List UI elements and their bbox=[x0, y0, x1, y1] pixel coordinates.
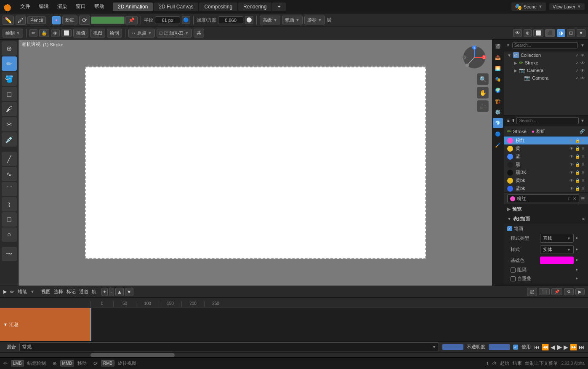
palette-color-blue[interactable]: 蓝 👁 🔒 ✕ bbox=[504, 152, 588, 160]
eye-icon-yellowbk[interactable]: 👁 bbox=[569, 178, 574, 183]
eraser-tool[interactable]: ◻ bbox=[2, 87, 17, 101]
curve-tool[interactable]: ⌇ bbox=[2, 197, 17, 211]
draw-sub-btn[interactable]: 绘制 bbox=[107, 29, 122, 37]
palette-color-black[interactable]: 黑 👁 🔒 ✕ bbox=[504, 160, 588, 168]
timeline-select-btn[interactable]: 选择 bbox=[54, 289, 63, 295]
eye-icon-blue[interactable]: 👁 bbox=[569, 154, 574, 159]
line-tool[interactable]: ╱ bbox=[2, 152, 17, 166]
opacity-slider[interactable] bbox=[489, 344, 510, 350]
scrollbar-thumb[interactable] bbox=[90, 353, 175, 357]
axes-gizmo[interactable]: Y X -X bbox=[462, 45, 487, 70]
kf-up-btn[interactable]: ▲ bbox=[115, 288, 124, 296]
surface-options-icon[interactable]: ≡ bbox=[582, 217, 585, 221]
shading-btn2[interactable]: ⬛ bbox=[545, 29, 555, 37]
playback-settings[interactable]: ▶ bbox=[575, 288, 585, 295]
outliner-search[interactable] bbox=[512, 42, 578, 48]
lock-icon-yellow[interactable]: 🔒 bbox=[575, 146, 580, 151]
strength-field[interactable]: 0.860 bbox=[218, 16, 243, 24]
palette-color-bluebk[interactable]: 蓝bk 👁 🔒 ✕ bbox=[504, 184, 588, 193]
zoom-in-btn[interactable]: 🔍 bbox=[477, 73, 489, 85]
palette-settings-icon[interactable]: ≡ bbox=[581, 195, 585, 203]
circle-tool[interactable]: ○ bbox=[2, 227, 17, 242]
mode-type-dropdown[interactable]: 直线 ▼ bbox=[540, 234, 574, 243]
radius-field[interactable]: 61 px bbox=[155, 16, 180, 24]
base-color-dot[interactable]: ● bbox=[575, 257, 581, 263]
box-tool[interactable]: □ bbox=[2, 212, 17, 227]
gizmo-btn[interactable]: ⊕ bbox=[524, 29, 532, 37]
pan-btn[interactable]: ✋ bbox=[477, 87, 489, 99]
eye-icon-bluebk[interactable]: 👁 bbox=[569, 186, 574, 191]
advanced-btn[interactable]: 高级 ▼ bbox=[260, 16, 280, 24]
brush-type-btn[interactable]: Pencil bbox=[27, 16, 46, 24]
timeline-scrollbar[interactable] bbox=[0, 352, 588, 357]
props-scene-btn[interactable]: 🎭 bbox=[493, 74, 503, 84]
x-icon-blue[interactable]: ✕ bbox=[581, 154, 585, 159]
lock-icon-blackbk[interactable]: 🔒 bbox=[575, 170, 580, 175]
prev-keyframe-btn[interactable]: ⏪ bbox=[542, 344, 549, 350]
style-dropdown[interactable]: 实体 ▼ bbox=[540, 245, 574, 254]
menu-render[interactable]: 渲染 bbox=[54, 2, 71, 11]
x-icon-black[interactable]: ✕ bbox=[581, 162, 585, 167]
strength-btn[interactable]: ⚪ bbox=[245, 16, 253, 24]
lock-icon-bluebk[interactable]: 🔒 bbox=[575, 186, 580, 191]
eye-icon-yellow[interactable]: 👁 bbox=[569, 146, 574, 151]
stroke-check[interactable]: ✓ bbox=[575, 61, 579, 65]
x-icon-yellowbk[interactable]: ✕ bbox=[581, 178, 585, 183]
sub-draw-btn[interactable]: ✏ bbox=[29, 29, 37, 37]
draw-tool[interactable]: ✏ bbox=[2, 56, 17, 71]
lock-icon-pink[interactable]: 🔒 bbox=[575, 138, 580, 143]
cursor-btn[interactable]: 游标 ▼ bbox=[304, 16, 325, 24]
blend-slider[interactable] bbox=[442, 344, 463, 350]
pen-tool-btn[interactable]: 🖊 bbox=[16, 16, 26, 25]
shading-btn3[interactable]: ◑ bbox=[557, 29, 565, 37]
next-keyframe-btn[interactable]: ⏩ bbox=[570, 344, 577, 350]
tab-rendering[interactable]: Rendering bbox=[238, 3, 271, 11]
blend-dropdown[interactable]: 常规 ▼ bbox=[19, 342, 439, 351]
kf-down-btn[interactable]: ▼ bbox=[125, 288, 133, 296]
menu-window[interactable]: 窗口 bbox=[72, 2, 89, 11]
tab-2d-animation[interactable]: 2D Animation bbox=[113, 3, 153, 11]
pen-mode-btn[interactable]: 笔画 ▼ bbox=[282, 16, 303, 24]
radius-btn[interactable]: 🔵 bbox=[182, 16, 190, 24]
props-modifier-btn[interactable]: ⚙️ bbox=[493, 107, 503, 117]
collection-eye[interactable]: 👁 bbox=[580, 53, 585, 58]
timeline-channel-btn[interactable]: 通道 bbox=[79, 289, 88, 295]
props-world-btn[interactable]: 🌍 bbox=[493, 85, 503, 95]
x-icon-bluebk[interactable]: ✕ bbox=[581, 186, 585, 191]
menu-help[interactable]: 帮助 bbox=[91, 2, 108, 11]
props-object-btn[interactable]: 🏗️ bbox=[493, 96, 503, 106]
style-dot[interactable]: ● bbox=[575, 247, 581, 253]
outliner-filter-btn[interactable]: ▼ bbox=[580, 43, 585, 48]
camera2-eye[interactable]: 👁 bbox=[580, 76, 585, 80]
cursor-tool[interactable]: ⊕ bbox=[2, 41, 17, 56]
blender-logo[interactable] bbox=[3, 2, 13, 12]
props-output-btn[interactable]: 📤 bbox=[493, 52, 503, 62]
stroke-icon-btn[interactable]: ⟳ bbox=[79, 16, 90, 25]
mode-select-btn[interactable]: 绘制 ▼ bbox=[3, 29, 23, 37]
stroke-pin-btn[interactable]: 📌 bbox=[125, 16, 138, 24]
draw-context-menu-label[interactable]: 绘制上下文菜单 bbox=[525, 360, 558, 366]
scene-selector[interactable]: 🎭 Scene ▼ bbox=[511, 3, 546, 11]
timeline-mark-btn[interactable]: 标记 bbox=[67, 289, 76, 295]
draw-mode-btn[interactable]: ✏️ bbox=[3, 16, 14, 25]
mode-type-dot[interactable]: ● bbox=[575, 235, 581, 241]
shared-btn[interactable]: 共 bbox=[194, 29, 204, 37]
camera1-eye[interactable]: 👁 bbox=[580, 68, 585, 73]
sub-sel-btn[interactable]: ⬜ bbox=[61, 29, 72, 37]
overlay-settings[interactable]: ▼ bbox=[577, 29, 585, 37]
layer-filter-btn[interactable]: 层 bbox=[527, 288, 537, 296]
first-frame-btn[interactable]: ⏮ bbox=[534, 344, 540, 350]
props-stroke-btn[interactable]: 🖌️ bbox=[493, 140, 503, 150]
arc-tool[interactable]: ⌒ bbox=[2, 182, 17, 196]
use-checkbox[interactable] bbox=[513, 345, 518, 350]
outliner-item-stroke[interactable]: ▶ ✏ Stroke ✓ 👁 bbox=[504, 59, 588, 67]
palette-menu-icon[interactable]: ≡ bbox=[507, 118, 510, 123]
eyedropper-tool[interactable]: 💉 bbox=[2, 132, 17, 147]
stroke-checkbox[interactable] bbox=[507, 226, 512, 231]
track-content[interactable] bbox=[90, 308, 588, 341]
tab-add[interactable]: + bbox=[272, 3, 285, 11]
palette-color-yellow[interactable]: 黄 👁 🔒 ✕ bbox=[504, 144, 588, 152]
palette-selected-color-btn[interactable]: 粉红 □ ✕ bbox=[507, 194, 579, 203]
filter-type-btn[interactable]: ⬛ bbox=[539, 288, 550, 295]
next-frame-btn[interactable]: ▶ bbox=[564, 344, 568, 350]
